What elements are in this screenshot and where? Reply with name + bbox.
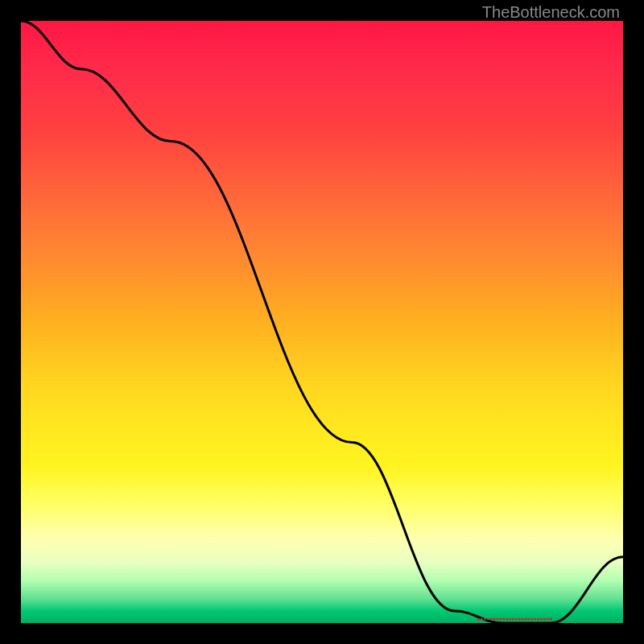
marker-dot — [537, 617, 539, 620]
marker-dot — [487, 617, 489, 620]
marker-dot — [509, 617, 511, 620]
marker-dot — [540, 617, 543, 620]
marker-dot — [527, 617, 530, 620]
marker-dots — [477, 617, 552, 620]
plot-area — [21, 21, 623, 623]
chart-line-svg — [21, 21, 623, 623]
marker-dot — [484, 617, 486, 620]
marker-dot — [477, 617, 480, 620]
marker-dot — [490, 617, 493, 620]
marker-dot — [499, 617, 502, 620]
marker-dot — [481, 617, 483, 620]
marker-dot — [518, 617, 521, 620]
marker-dot — [543, 617, 546, 620]
marker-dot — [502, 617, 505, 620]
marker-dot — [534, 617, 536, 620]
marker-dot — [550, 617, 552, 620]
curve-path — [21, 21, 623, 623]
marker-dot — [547, 617, 549, 620]
marker-dot — [515, 617, 518, 620]
marker-dot — [530, 617, 533, 620]
marker-dot — [522, 617, 524, 620]
watermark-text: TheBottleneck.com — [482, 3, 620, 22]
marker-dot — [506, 617, 508, 620]
marker-dot — [493, 617, 495, 620]
marker-dot — [512, 617, 514, 620]
marker-dot — [524, 617, 526, 620]
marker-dot — [496, 617, 498, 620]
